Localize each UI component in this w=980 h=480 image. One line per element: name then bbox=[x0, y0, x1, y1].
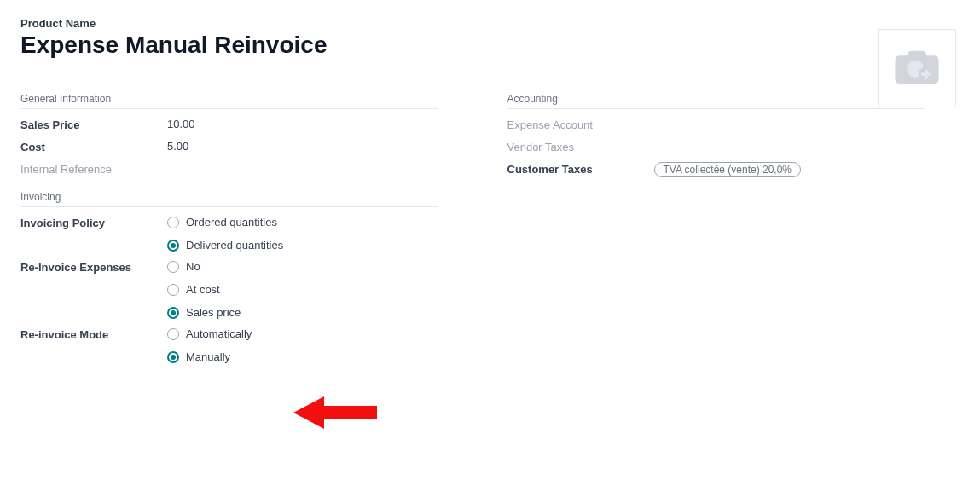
arrow-annotation-icon bbox=[293, 393, 379, 432]
expense-account-label: Expense Account bbox=[507, 118, 654, 131]
svg-rect-3 bbox=[921, 72, 931, 76]
vendor-taxes-label: Vendor Taxes bbox=[507, 140, 654, 153]
radio-label: Delivered quantities bbox=[186, 239, 283, 252]
radio-label: No bbox=[186, 260, 200, 273]
cost-label: Cost bbox=[20, 140, 167, 153]
radio-unchecked-icon bbox=[167, 328, 179, 340]
reinvoice-expenses-label: Re-Invoice Expenses bbox=[20, 260, 167, 274]
svg-marker-4 bbox=[293, 396, 377, 429]
radio-label: Ordered quantities bbox=[186, 216, 277, 228]
customer-taxes-tag[interactable]: TVA collectée (vente) 20,0% bbox=[654, 162, 802, 177]
radio-reinvoice-atcost[interactable]: At cost bbox=[167, 283, 241, 296]
radio-label: At cost bbox=[186, 283, 220, 296]
section-accounting-title: Accounting bbox=[507, 93, 925, 109]
section-invoicing-title: Invoicing bbox=[20, 191, 438, 207]
left-column: General Information Sales Price 10.00 Co… bbox=[20, 84, 473, 372]
radio-checked-icon bbox=[167, 240, 179, 252]
radio-reinvoice-no[interactable]: No bbox=[167, 260, 241, 273]
radio-invoicing-ordered[interactable]: Ordered quantities bbox=[167, 216, 283, 228]
product-name-label: Product Name bbox=[20, 17, 960, 30]
radio-unchecked-icon bbox=[167, 284, 179, 296]
radio-mode-auto[interactable]: Automatically bbox=[167, 327, 252, 340]
product-image-placeholder[interactable] bbox=[878, 29, 956, 107]
radio-checked-icon bbox=[167, 351, 179, 363]
customer-taxes-label: Customer Taxes bbox=[507, 162, 654, 176]
radio-checked-icon bbox=[167, 307, 179, 319]
radio-unchecked-icon bbox=[167, 217, 179, 228]
radio-label: Manually bbox=[186, 350, 230, 363]
camera-plus-icon bbox=[893, 49, 941, 88]
reinvoice-mode-label: Re-invoice Mode bbox=[20, 327, 167, 341]
cost-value[interactable]: 5.00 bbox=[167, 140, 188, 153]
section-general-title: General Information bbox=[20, 93, 438, 109]
radio-invoicing-delivered[interactable]: Delivered quantities bbox=[167, 239, 283, 252]
sales-price-value[interactable]: 10.00 bbox=[167, 118, 195, 130]
internal-reference-label: Internal Reference bbox=[20, 162, 167, 176]
product-form-card: Product Name Expense Manual Reinvoice Ge… bbox=[3, 3, 977, 477]
right-column: Accounting Expense Account Vendor Taxes … bbox=[507, 84, 960, 372]
radio-reinvoice-salesprice[interactable]: Sales price bbox=[167, 306, 241, 319]
radio-unchecked-icon bbox=[167, 261, 179, 273]
radio-mode-manual[interactable]: Manually bbox=[167, 350, 252, 363]
product-name-value[interactable]: Expense Manual Reinvoice bbox=[20, 32, 960, 59]
radio-label: Automatically bbox=[186, 327, 252, 340]
radio-label: Sales price bbox=[186, 306, 241, 319]
sales-price-label: Sales Price bbox=[20, 118, 167, 131]
invoicing-policy-label: Invoicing Policy bbox=[20, 216, 167, 229]
